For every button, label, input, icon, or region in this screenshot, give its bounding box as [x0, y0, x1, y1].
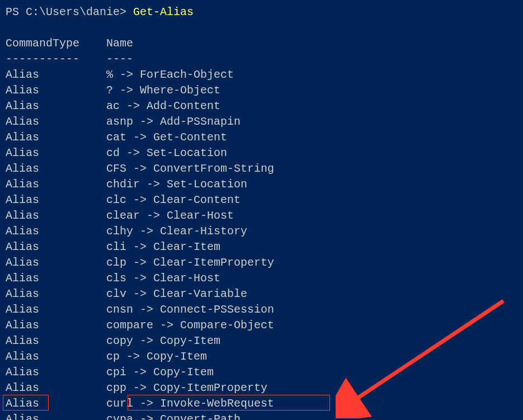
- prompt-line[interactable]: PS C:\Users\danie> Get-Alias: [6, 4, 517, 20]
- output-row: Alias clear -> Clear-Host: [6, 208, 517, 224]
- output-row: Alias cp -> Copy-Item: [6, 349, 517, 365]
- output-row: Alias cli -> Clear-Item: [6, 239, 517, 255]
- output-row: Alias curl -> Invoke-WebRequest: [6, 396, 517, 412]
- output-row: Alias compare -> Compare-Object: [6, 318, 517, 333]
- output-row: Alias clv -> Clear-Variable: [6, 286, 517, 302]
- prompt-text: PS C:\Users\danie>: [6, 6, 133, 18]
- output-row: Alias clhy -> Clear-History: [6, 224, 517, 239]
- output-row: Alias ? -> Where-Object: [6, 83, 517, 98]
- table-header: CommandType Name: [6, 36, 517, 51]
- table-header-underline: ----------- ----: [6, 51, 517, 67]
- output-row: Alias CFS -> ConvertFrom-String: [6, 161, 517, 177]
- output-row: Alias cat -> Get-Content: [6, 130, 517, 145]
- output-row: Alias clp -> Clear-ItemProperty: [6, 255, 517, 271]
- output-row: Alias copy -> Copy-Item: [6, 333, 517, 349]
- output-row: Alias chdir -> Set-Location: [6, 177, 517, 192]
- output-row: Alias ac -> Add-Content: [6, 98, 517, 114]
- output-row: Alias clc -> Clear-Content: [6, 192, 517, 208]
- output-row: Alias cd -> Set-Location: [6, 145, 517, 161]
- output-row: Alias cvpa -> Convert-Path: [6, 412, 517, 420]
- output-row: Alias asnp -> Add-PSSnapin: [6, 114, 517, 130]
- output-row: Alias cls -> Clear-Host: [6, 271, 517, 286]
- output-row: Alias cnsn -> Connect-PSSession: [6, 302, 517, 318]
- command-text: Get-Alias: [133, 6, 194, 18]
- output-rows: Alias % -> ForEach-ObjectAlias ? -> Wher…: [6, 67, 517, 420]
- output-row: Alias cpp -> Copy-ItemProperty: [6, 380, 517, 396]
- output-row: Alias cpi -> Copy-Item: [6, 365, 517, 380]
- output-row: Alias % -> ForEach-Object: [6, 67, 517, 83]
